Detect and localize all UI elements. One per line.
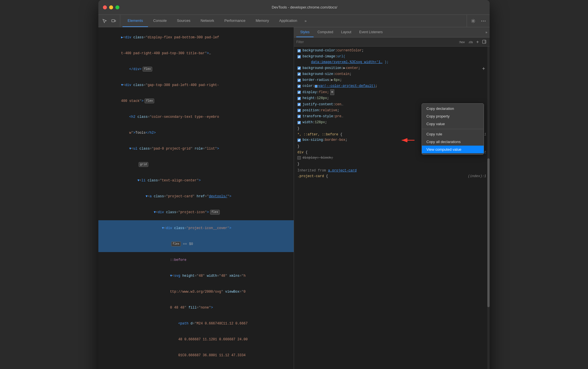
style-prop-background-size: background-size : contain ;: [294, 71, 490, 77]
inherited-label: Inherited from a.project-card: [294, 167, 490, 174]
svg-rect-0: [112, 20, 115, 22]
tab-performance[interactable]: Performance: [219, 15, 250, 27]
prop-checkbox[interactable]: [297, 55, 301, 58]
tab-elements[interactable]: Elements: [122, 15, 148, 27]
prop-checkbox-disabled[interactable]: [297, 156, 301, 160]
ctx-copy-value[interactable]: Copy value: [422, 120, 484, 128]
hov-filter-button[interactable]: :hov: [458, 40, 466, 44]
tab-styles[interactable]: Styles: [296, 27, 314, 37]
html-line: ▼<div class="gap-top-300 pad-left-400 pa…: [98, 77, 294, 93]
html-line: w">Tools</h2>: [98, 125, 294, 141]
tab-layout[interactable]: Layout: [337, 27, 355, 37]
tab-application[interactable]: Application: [274, 15, 303, 27]
settings-icon[interactable]: [469, 17, 477, 25]
prop-checkbox[interactable]: [297, 85, 301, 88]
html-panel[interactable]: ▶<div class="display-flex pad-bottom-300…: [98, 27, 294, 369]
styles-panel: Styles Computed Layout Event Listeners »…: [294, 27, 490, 369]
add-style-rule-button[interactable]: +: [482, 66, 485, 72]
scrollbar-thumb[interactable]: [487, 158, 490, 307]
closing-brace-3: }: [294, 161, 490, 167]
tab-event-listeners[interactable]: Event Listeners: [355, 27, 387, 37]
tab-computed[interactable]: Computed: [314, 27, 337, 37]
close-button[interactable]: [103, 5, 107, 9]
minimize-button[interactable]: [109, 5, 113, 9]
style-prop-background-position: background-position : ▶ center ;: [294, 65, 490, 71]
more-styles-tabs[interactable]: »: [485, 27, 487, 37]
devtools-window: DevTools - developer.chrome.com/docs/ El…: [98, 0, 490, 369]
html-line: </div>flex: [98, 61, 294, 77]
ctx-separator: [422, 129, 484, 129]
ctx-copy-property[interactable]: Copy property: [422, 112, 484, 120]
html-line: ▼<li class="text-align-center">: [98, 173, 294, 188]
ctx-view-computed-value[interactable]: View computed value: [422, 146, 484, 153]
tab-network[interactable]: Network: [196, 15, 219, 27]
toggle-sidebar-button[interactable]: [481, 39, 487, 45]
filter-input[interactable]: [296, 40, 455, 44]
toolbar-icon-group: [101, 15, 120, 27]
prop-checkbox[interactable]: [297, 103, 301, 106]
prop-checkbox[interactable]: [297, 97, 301, 100]
html-line: ▼<ul class="pad-0 project-grid" role="li…: [98, 141, 294, 157]
html-line: 48 0.666687 11.1201 0.666687 24.00: [98, 332, 294, 347]
html-line: <path d="M24 0.666748C11.12 0.6667: [98, 316, 294, 332]
svg-point-3: [481, 20, 482, 21]
inherited-link[interactable]: a.project-card: [328, 169, 357, 173]
bg-image-link[interactable]: data:image/svg+xml,%3Csvg_width='1…: [311, 60, 382, 64]
html-line: ▼<a class="project-card" href="devtools/…: [98, 188, 294, 204]
tab-console[interactable]: Console: [148, 15, 172, 27]
cls-filter-button[interactable]: .cls: [467, 40, 474, 44]
prop-checkbox[interactable]: [297, 139, 301, 142]
prop-checkbox[interactable]: [297, 72, 301, 76]
prop-checkbox[interactable]: [297, 66, 301, 70]
traffic-lights: [103, 5, 119, 9]
filter-buttons: :hov .cls +: [458, 39, 487, 45]
arrow-indicator: [400, 135, 417, 147]
svg-rect-6: [483, 40, 486, 43]
window-title: DevTools - developer.chrome.com/docs/: [124, 5, 485, 9]
context-menu: Copy declaration Copy property Copy valu…: [422, 103, 484, 155]
html-line: <h2 class="color-secondary-text type--ey…: [98, 109, 294, 125]
add-style-button[interactable]: +: [475, 39, 480, 45]
scrollbar-track[interactable]: [487, 47, 490, 369]
html-line-badge-row: flex == $0: [98, 236, 294, 252]
ctx-copy-declaration[interactable]: Copy declaration: [422, 105, 484, 112]
maximize-button[interactable]: [115, 5, 119, 9]
tab-memory[interactable]: Memory: [251, 15, 274, 27]
style-prop-border-radius: border-radius : ▶ 6px ;: [294, 77, 490, 83]
style-prop-color: color : var(--color-project-default) ;: [294, 83, 490, 89]
style-prop-display-strike: display: block;: [294, 155, 490, 161]
prop-checkbox[interactable]: [297, 91, 301, 94]
display-icon-badge[interactable]: ⊞: [330, 89, 334, 95]
toolbar: Elements Console Sources Network Perform…: [98, 15, 490, 27]
ctx-copy-all-declarations[interactable]: Copy all declarations: [422, 138, 484, 146]
device-toolbar-icon[interactable]: [110, 17, 118, 25]
svg-point-5: [485, 20, 486, 21]
prop-checkbox[interactable]: [297, 115, 301, 118]
ctx-copy-rule[interactable]: Copy rule: [422, 130, 484, 138]
color-swatch[interactable]: [315, 85, 318, 88]
html-line: 01C0.666687 36.8801 11.12 47.3334: [98, 347, 294, 363]
style-prop-height: height : 128px ;: [294, 95, 490, 101]
color-var-link[interactable]: var(--color-project-default): [318, 83, 375, 89]
more-tabs-button[interactable]: »: [302, 15, 309, 27]
prop-checkbox[interactable]: [297, 49, 301, 53]
html-line: grid: [98, 157, 294, 173]
svg-rect-1: [115, 20, 116, 22]
html-line-selected: ▼<div class="project-icon__cover">: [98, 220, 294, 236]
html-line: ▶<div class="display-flex pad-bottom-300…: [98, 30, 294, 45]
styles-content[interactable]: background-color : currentColor ; backgr…: [294, 47, 490, 369]
svg-point-2: [473, 20, 474, 22]
tab-sources[interactable]: Sources: [172, 15, 196, 27]
html-line: 24 47.3334C36.88 47.3334 47.3334 3: [98, 363, 294, 369]
more-options-icon[interactable]: [479, 17, 487, 25]
styles-tabs-bar: Styles Computed Layout Event Listeners »: [294, 27, 490, 37]
html-tree[interactable]: ▶<div class="display-flex pad-bottom-300…: [98, 27, 294, 369]
prop-checkbox[interactable]: [297, 79, 301, 82]
prop-checkbox[interactable]: [297, 109, 301, 112]
html-line: ::before: [98, 252, 294, 268]
style-prop-background-color: background-color : currentColor ;: [294, 48, 490, 54]
prop-checkbox[interactable]: [297, 121, 301, 124]
html-line: 400 stack">flex: [98, 93, 294, 109]
html-line: ▼<svg height="48" width="48" xmlns="h: [98, 268, 294, 284]
inspect-icon[interactable]: [101, 17, 109, 25]
